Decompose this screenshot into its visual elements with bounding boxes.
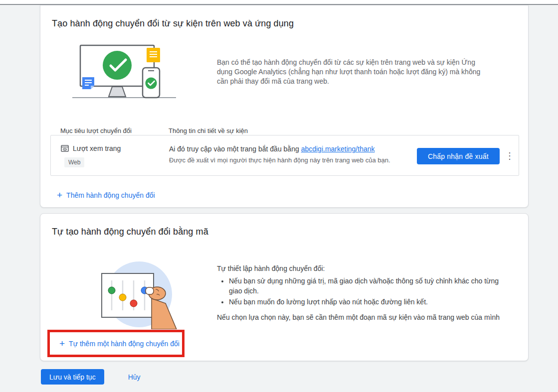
plus-icon: + bbox=[57, 190, 62, 200]
card2-bullet-list: Nếu bạn sử dụng những giá trị, mã giao d… bbox=[217, 276, 504, 307]
card1-description: Bạn có thể tạo hành động chuyển đổi từ c… bbox=[217, 58, 490, 86]
card1-title: Tạo hành động chuyển đổi từ sự kiện trên… bbox=[52, 18, 294, 29]
yellow-doc-icon bbox=[147, 48, 160, 62]
card-web-app-events: Tạo hành động chuyển đổi từ sự kiện trên… bbox=[40, 5, 529, 208]
add-conversion-action-label: Thêm hành động chuyển đổi bbox=[66, 191, 155, 199]
card2-note: Nếu chọn lựa chọn này, bạn sẽ cần thêm m… bbox=[217, 312, 504, 322]
green-check-circle bbox=[103, 51, 132, 80]
event-detail-line: Ai đó truy cập vào một trang bắt đầu bằn… bbox=[169, 144, 403, 154]
plus-icon: + bbox=[59, 339, 65, 348]
add-manual-conversion-link[interactable]: + Tự thêm một hành động chuyển đổi bbox=[59, 339, 180, 348]
cancel-link[interactable]: Hủy bbox=[128, 373, 141, 381]
card2-body: Tự thiết lập hành động chuyển đổi: Nếu b… bbox=[217, 263, 504, 322]
add-manual-conversion-label: Tự thêm một hành động chuyển đổi bbox=[69, 340, 180, 348]
card-manual-code: Tự tạo hành động chuyển đổi bằng mã Tự t… bbox=[40, 213, 529, 361]
event-url-link[interactable]: abcdigi.marketing/thank bbox=[301, 145, 375, 153]
footer-actions: Lưu và tiếp tục Hủy bbox=[41, 369, 141, 385]
bullet-item: Nếu bạn sử dụng những giá trị, mã giao d… bbox=[229, 276, 504, 296]
save-continue-button[interactable]: Lưu và tiếp tục bbox=[41, 369, 104, 385]
green-slider-knob bbox=[108, 287, 115, 294]
platform-badge: Web bbox=[64, 157, 84, 167]
column-header-event-details: Thông tin chi tiết về sự kiện bbox=[169, 127, 248, 134]
event-detail-note: Được đề xuất vì mọi người thực hiện hành… bbox=[169, 155, 403, 165]
goal-cell: Lượt xem trang bbox=[61, 144, 121, 152]
event-detail-cell: Ai đó truy cập vào một trang bắt đầu bằn… bbox=[169, 144, 403, 165]
suggested-conversion-row: Lượt xem trang Web Ai đó truy cập vào mộ… bbox=[50, 135, 519, 176]
column-header-conversion-goal: Mục tiêu lượt chuyển đổi bbox=[60, 127, 132, 134]
red-slider-knob bbox=[130, 300, 137, 307]
top-divider bbox=[0, 0, 558, 5]
bullet-item: Nếu bạn muốn đo lường lượt nhấp vào nút … bbox=[229, 297, 504, 307]
yellow-slider-knob bbox=[119, 294, 126, 301]
red-highlight-annotation: + Tự thêm một hành động chuyển đổi bbox=[47, 330, 185, 357]
monitor-checkmark-illustration bbox=[69, 41, 179, 106]
event-detail-prefix: Ai đó truy cập vào một trang bắt đầu bằn… bbox=[169, 145, 301, 153]
card2-intro: Tự thiết lập hành động chuyển đổi: bbox=[217, 263, 504, 273]
goal-label: Lượt xem trang bbox=[73, 144, 121, 152]
add-conversion-action-link[interactable]: + Thêm hành động chuyển đổi bbox=[57, 190, 155, 200]
accept-suggestion-button[interactable]: Chấp nhận đề xuất bbox=[417, 148, 500, 164]
sliders-hand-illustration bbox=[92, 255, 182, 331]
pageview-icon bbox=[61, 145, 69, 152]
card2-title: Tự tạo hành động chuyển đổi bằng mã bbox=[52, 227, 208, 237]
overflow-menu-icon[interactable]: ⋮ bbox=[504, 144, 516, 167]
